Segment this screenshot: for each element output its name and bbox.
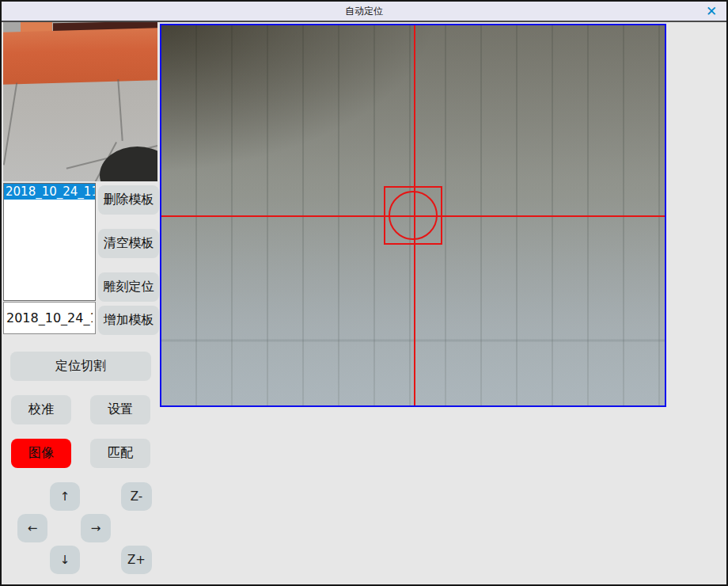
- template-list-item[interactable]: 2018_10_24_11: [4, 184, 95, 200]
- settings-button[interactable]: 设置: [90, 395, 150, 424]
- add-template-button[interactable]: 增加模板: [98, 306, 159, 335]
- match-button[interactable]: 匹配: [90, 439, 150, 468]
- template-thumbnail-image: [3, 22, 157, 181]
- title-bar: 自动定位 ✕: [2, 2, 726, 22]
- delete-template-button[interactable]: 删除模板: [98, 185, 159, 215]
- engrave-locate-button[interactable]: 雕刻定位: [98, 272, 159, 302]
- jog-z-plus-button[interactable]: Z+: [121, 546, 152, 574]
- camera-view[interactable]: [160, 24, 666, 407]
- thumb-tile-line: [117, 79, 123, 141]
- jog-right-button[interactable]: →: [81, 514, 111, 542]
- jog-left-button[interactable]: ←: [17, 514, 47, 542]
- locate-cut-button[interactable]: 定位切割: [10, 352, 151, 381]
- auto-locate-dialog: 自动定位 ✕ 2018_10_24_11 删除模板 清空模板 雕刻定位 增加模板…: [0, 0, 728, 586]
- camera-feed-image: [161, 25, 665, 405]
- jog-up-button[interactable]: ↑: [50, 482, 80, 511]
- calibrate-button[interactable]: 校准: [11, 395, 71, 424]
- target-circle-overlay: [389, 191, 438, 240]
- template-list[interactable]: 2018_10_24_11: [3, 183, 96, 301]
- thumb-dark-blob: [100, 146, 157, 181]
- image-button-active[interactable]: 图像: [11, 439, 71, 468]
- jog-down-button[interactable]: ↓: [50, 546, 80, 574]
- thumb-orange-beam: [3, 28, 157, 85]
- jog-z-minus-button[interactable]: Z-: [121, 482, 152, 511]
- thumb-tile-line: [3, 82, 17, 165]
- template-name-input[interactable]: [3, 302, 96, 334]
- close-icon[interactable]: ✕: [703, 2, 720, 20]
- clear-templates-button[interactable]: 清空模板: [98, 229, 159, 258]
- window-title: 自动定位: [345, 5, 383, 18]
